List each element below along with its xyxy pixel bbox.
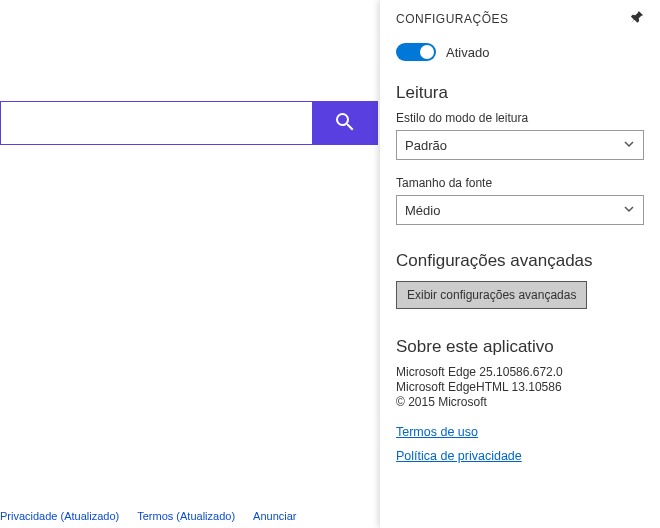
panel-title: CONFIGURAÇÕES (396, 12, 509, 26)
about-edge-version: Microsoft Edge 25.10586.672.0 (396, 365, 644, 379)
reading-heading: Leitura (396, 83, 644, 103)
privacy-link[interactable]: Política de privacidade (396, 449, 644, 463)
chevron-down-icon (623, 138, 635, 153)
advanced-heading: Configurações avançadas (396, 251, 644, 271)
font-size-value: Médio (405, 203, 440, 218)
footer-link-terms[interactable]: Termos (Atualizado) (137, 510, 235, 522)
pin-icon[interactable] (630, 10, 644, 27)
footer-link-privacy[interactable]: Privacidade (Atualizado) (0, 510, 119, 522)
enabled-toggle[interactable] (396, 43, 436, 61)
reading-style-label: Estilo do modo de leitura (396, 111, 644, 125)
show-advanced-button[interactable]: Exibir configurações avançadas (396, 281, 587, 309)
reading-style-value: Padrão (405, 138, 447, 153)
reading-style-select[interactable]: Padrão (396, 130, 644, 160)
search-bar (0, 101, 378, 145)
font-size-label: Tamanho da fonte (396, 176, 644, 190)
search-icon (333, 110, 357, 137)
about-copyright: © 2015 Microsoft (396, 395, 644, 409)
search-input[interactable] (0, 101, 312, 145)
chevron-down-icon (623, 203, 635, 218)
settings-panel: CONFIGURAÇÕES Ativado Leitura Estilo do … (380, 0, 660, 528)
toggle-label: Ativado (446, 45, 489, 60)
about-edgehtml-version: Microsoft EdgeHTML 13.10586 (396, 380, 644, 394)
main-content: Privacidade (Atualizado) Termos (Atualiz… (0, 0, 380, 528)
about-heading: Sobre este aplicativo (396, 337, 644, 357)
about-block: Microsoft Edge 25.10586.672.0 Microsoft … (396, 365, 644, 409)
search-button[interactable] (312, 101, 378, 145)
toggle-row: Ativado (396, 43, 644, 61)
font-size-select[interactable]: Médio (396, 195, 644, 225)
footer-link-advertise[interactable]: Anunciar (253, 510, 296, 522)
panel-header: CONFIGURAÇÕES (396, 10, 644, 27)
footer-links: Privacidade (Atualizado) Termos (Atualiz… (0, 510, 296, 522)
terms-link[interactable]: Termos de uso (396, 425, 644, 439)
